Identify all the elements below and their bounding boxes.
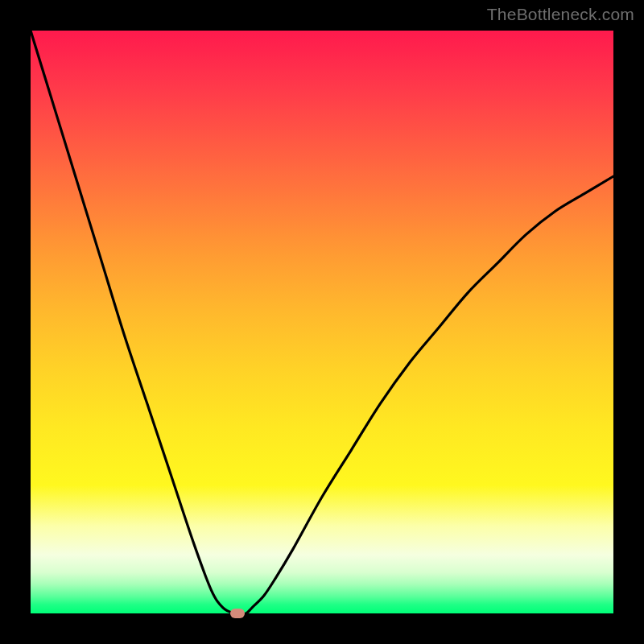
plot-area bbox=[31, 31, 613, 613]
bottleneck-curve bbox=[31, 31, 613, 613]
watermark-text: TheBottleneck.com bbox=[487, 5, 634, 24]
optimal-marker bbox=[230, 609, 245, 618]
chart-frame: TheBottleneck.com bbox=[0, 0, 644, 644]
